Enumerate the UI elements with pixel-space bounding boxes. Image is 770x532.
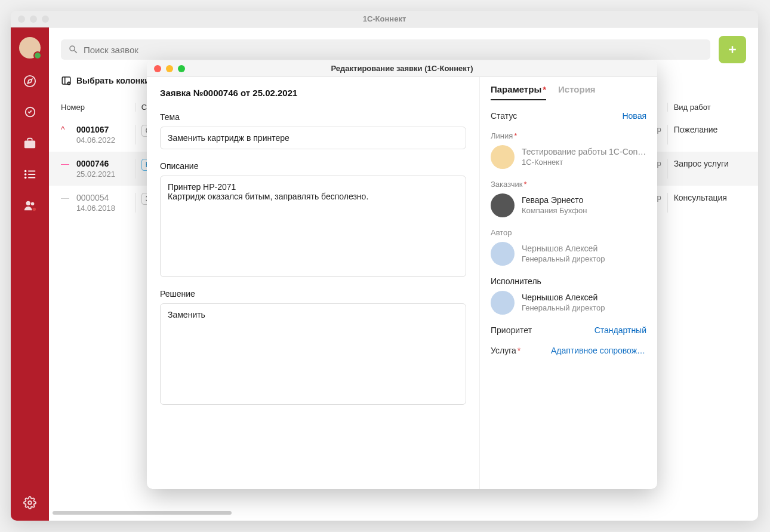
briefcase-icon[interactable] <box>21 135 38 152</box>
customer-label: Заказчик* <box>491 180 646 189</box>
priority-low-icon: — <box>61 193 69 202</box>
edit-request-modal: Редактирование заявки (1С-Коннект) Заявк… <box>147 60 657 489</box>
svg-rect-8 <box>28 177 35 179</box>
close-icon[interactable] <box>154 65 161 72</box>
modal-titlebar: Редактирование заявки (1С-Коннект) <box>147 60 657 77</box>
author-label: Автор <box>491 228 646 237</box>
main-titlebar: 1C-Коннект <box>11 11 758 27</box>
svg-point-10 <box>31 202 35 206</box>
columns-icon <box>61 75 72 86</box>
modal-params-panel: Параметры* История Статус Новая Линия* Т… <box>479 77 657 489</box>
traffic-lights <box>18 16 49 23</box>
compass-icon[interactable] <box>21 73 38 90</box>
svg-point-11 <box>33 208 36 211</box>
user-avatar[interactable] <box>19 37 41 59</box>
description-textarea[interactable]: Принтер HP-2071 Картридж оказался битым,… <box>160 176 466 277</box>
customer-avatar <box>491 193 515 217</box>
gear-icon[interactable] <box>21 494 38 511</box>
assignee-block[interactable]: Чернышов Алексей Генеральный директор <box>491 291 646 315</box>
window-title: 1C-Коннект <box>11 14 758 23</box>
column-worktype[interactable]: Вид работ <box>674 103 711 112</box>
main-window: 1C-Коннект <box>11 11 758 521</box>
service-value[interactable]: Адаптивное сопровождение п… <box>551 346 646 355</box>
priority-high-icon: ^ <box>61 125 69 134</box>
svg-point-0 <box>24 76 35 87</box>
zoom-icon[interactable] <box>178 65 185 72</box>
customer-block[interactable]: Гевара Эрнесто Компания Бухфон <box>491 193 646 217</box>
column-number[interactable]: Номер <box>61 103 129 112</box>
subject-label: Тема <box>160 112 466 122</box>
service-label: Услуга* <box>491 346 520 355</box>
request-id-header: Заявка №0000746 от 25.02.2021 <box>160 88 466 98</box>
people-icon[interactable] <box>21 197 38 214</box>
solution-label: Решение <box>160 289 466 299</box>
plus-icon <box>726 44 738 56</box>
add-request-button[interactable] <box>719 36 746 63</box>
sidebar <box>11 27 49 521</box>
tab-parameters[interactable]: Параметры* <box>491 84 546 100</box>
assignee-label: Исполнитель <box>491 276 646 286</box>
status-label: Статус <box>491 111 517 121</box>
priority-value[interactable]: Стандартный <box>595 325 646 335</box>
priority-mid-icon: — <box>61 159 69 168</box>
svg-point-12 <box>28 501 32 505</box>
zoom-icon[interactable] <box>42 16 49 23</box>
search-input[interactable] <box>84 45 703 55</box>
modal-title: Редактирование заявки (1С-Коннект) <box>147 64 657 73</box>
author-avatar <box>491 242 515 266</box>
modal-traffic-lights <box>154 65 185 72</box>
chat-icon[interactable] <box>21 104 38 121</box>
column-status[interactable]: С <box>141 103 147 112</box>
author-block[interactable]: Чернышов Алексей Генеральный директор <box>491 242 646 266</box>
minimize-icon[interactable] <box>166 65 173 72</box>
search-icon <box>68 44 79 55</box>
close-icon[interactable] <box>18 16 25 23</box>
horizontal-scrollbar[interactable] <box>53 511 232 515</box>
solution-textarea[interactable]: Заменить <box>160 303 466 405</box>
svg-point-3 <box>24 170 27 173</box>
minimize-icon[interactable] <box>30 16 37 23</box>
svg-rect-2 <box>24 140 35 148</box>
line-block[interactable]: Тестирование работы 1С-Con… 1С-Коннект <box>491 145 646 169</box>
status-online-icon <box>33 51 42 60</box>
assignee-avatar <box>491 291 515 315</box>
search-input-wrap[interactable] <box>61 39 710 60</box>
line-icon <box>491 145 515 169</box>
tab-history[interactable]: История <box>558 84 596 100</box>
svg-marker-1 <box>27 79 32 83</box>
choose-columns-button[interactable]: Выбрать колонки <box>61 75 150 86</box>
svg-point-9 <box>26 201 30 205</box>
description-label: Описание <box>160 161 466 171</box>
line-label: Линия* <box>491 131 646 140</box>
status-value[interactable]: Новая <box>622 111 646 121</box>
svg-point-5 <box>24 173 27 176</box>
svg-point-7 <box>24 177 27 179</box>
subject-input[interactable] <box>160 127 466 149</box>
svg-rect-6 <box>28 174 35 175</box>
list-icon[interactable] <box>21 166 38 183</box>
modal-form: Заявка №0000746 от 25.02.2021 Тема Описа… <box>147 77 479 489</box>
svg-rect-4 <box>28 171 35 172</box>
priority-label: Приоритет <box>491 325 532 335</box>
